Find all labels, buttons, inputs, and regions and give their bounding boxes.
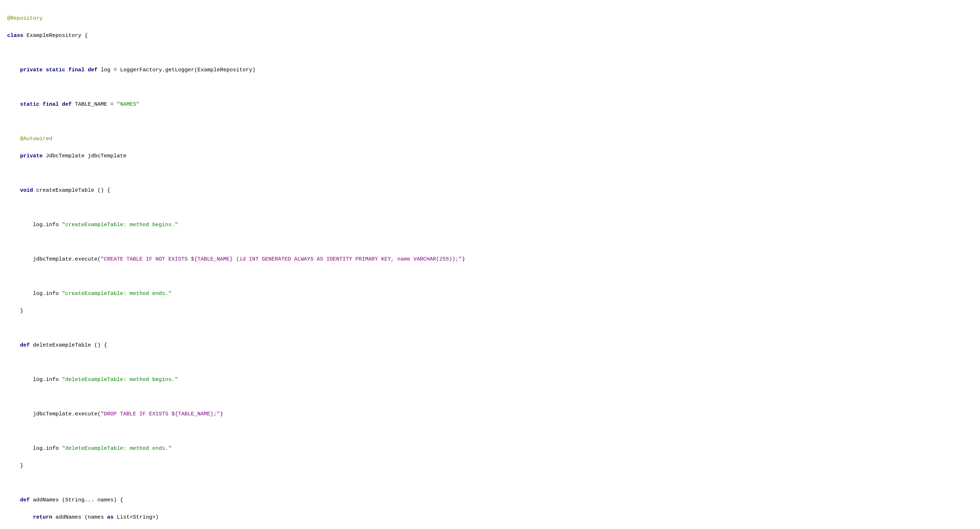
annotation-repository: @Repository [7,15,43,22]
code-container: @Repository class ExampleRepository { pr… [7,6,973,529]
keyword-class: class [7,33,23,39]
